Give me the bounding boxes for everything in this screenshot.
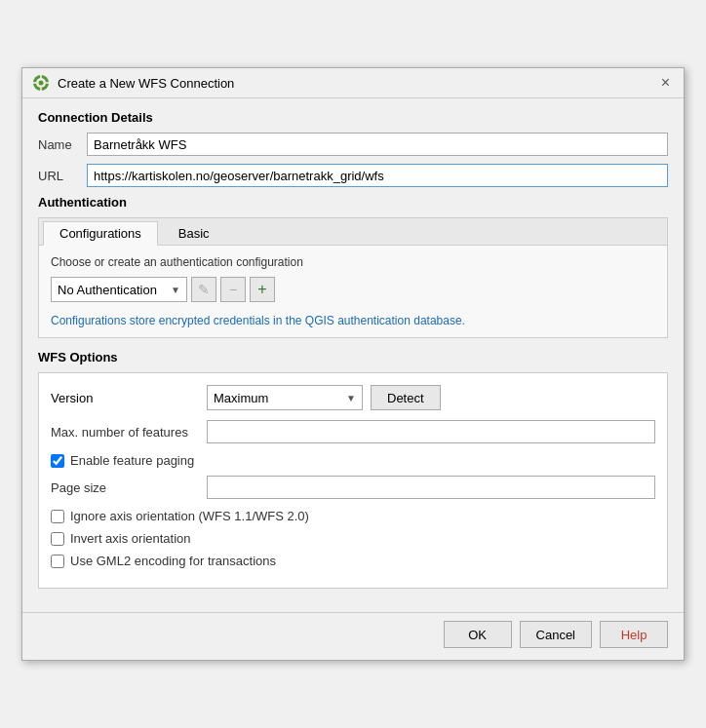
invert-axis-label: Invert axis orientation — [70, 531, 191, 546]
gml2-checkbox[interactable] — [51, 555, 64, 568]
version-label: Version — [51, 391, 207, 405]
version-row: Version Maximum ▼ Detect — [51, 385, 655, 410]
version-dropdown-arrow-icon: ▼ — [346, 393, 356, 403]
title-bar: Create a New WFS Connection × — [22, 68, 684, 98]
ignore-axis-label: Ignore axis orientation (WFS 1.1/WFS 2.0… — [70, 509, 309, 523]
name-input[interactable] — [87, 133, 668, 156]
page-size-input[interactable] — [207, 476, 655, 499]
svg-rect-4 — [40, 88, 42, 91]
wfs-options-inner: Version Maximum ▼ Detect Max. number of … — [38, 372, 668, 589]
page-size-label: Page size — [51, 480, 207, 495]
invert-axis-row: Invert axis orientation — [51, 531, 655, 546]
url-input[interactable] — [87, 164, 668, 187]
auth-dropdown-arrow-icon: ▼ — [171, 285, 180, 295]
svg-point-2 — [39, 81, 44, 86]
connection-details-title: Connection Details — [38, 110, 668, 125]
auth-dropdown-text: No Authentication — [58, 283, 167, 297]
max-features-row: Max. number of features — [51, 420, 655, 443]
title-bar-left: Create a New WFS Connection — [32, 74, 234, 92]
authentication-section: Configurations Basic Choose or create an… — [38, 217, 668, 338]
enable-paging-checkbox[interactable] — [51, 454, 64, 468]
invert-axis-checkbox[interactable] — [51, 532, 64, 546]
version-dropdown-text: Maximum — [214, 391, 346, 405]
ignore-axis-row: Ignore axis orientation (WFS 1.1/WFS 2.0… — [51, 509, 655, 523]
tab-basic[interactable]: Basic — [162, 221, 226, 245]
dialog-body: Connection Details Name URL Authenticati… — [22, 98, 684, 612]
auth-tab-content: Choose or create an authentication confi… — [39, 246, 667, 337]
max-features-label: Max. number of features — [51, 425, 207, 440]
remove-auth-button[interactable]: − — [220, 277, 246, 302]
dialog-footer: OK Cancel Help — [22, 612, 684, 660]
name-row: Name — [38, 133, 668, 156]
cancel-button[interactable]: Cancel — [520, 621, 592, 648]
dialog-title: Create a New WFS Connection — [58, 76, 234, 91]
ok-button[interactable]: OK — [444, 621, 512, 648]
page-size-row: Page size — [51, 476, 655, 499]
authentication-title: Authentication — [38, 195, 668, 210]
svg-rect-3 — [40, 75, 42, 78]
plus-icon: + — [257, 281, 266, 298]
version-dropdown[interactable]: Maximum ▼ — [207, 385, 363, 410]
close-button[interactable]: × — [657, 75, 674, 91]
url-label: URL — [38, 169, 87, 183]
ignore-axis-checkbox[interactable] — [51, 510, 64, 523]
gml2-row: Use GML2 encoding for transactions — [51, 554, 655, 568]
edit-auth-button[interactable]: ✎ — [191, 277, 216, 302]
svg-rect-6 — [46, 82, 49, 84]
enable-paging-label: Enable feature paging — [70, 453, 194, 468]
svg-rect-5 — [33, 82, 36, 84]
auth-config-dropdown[interactable]: No Authentication ▼ — [51, 277, 187, 302]
add-auth-button[interactable]: + — [250, 277, 275, 302]
tab-configurations[interactable]: Configurations — [43, 221, 158, 246]
url-row: URL — [38, 164, 668, 187]
detect-button[interactable]: Detect — [371, 385, 441, 410]
auth-info-text: Configurations store encrypted credentia… — [51, 314, 655, 327]
edit-icon: ✎ — [198, 282, 210, 297]
enable-paging-row: Enable feature paging — [51, 453, 655, 468]
minus-icon: − — [229, 282, 237, 297]
auth-tab-bar: Configurations Basic — [39, 218, 667, 246]
wfs-options-section: WFS Options Version Maximum ▼ Detect Max… — [38, 350, 668, 589]
qgis-logo-icon — [32, 74, 50, 92]
wfs-options-title: WFS Options — [38, 350, 668, 364]
help-button[interactable]: Help — [600, 621, 668, 648]
auth-desc: Choose or create an authentication confi… — [51, 255, 655, 269]
name-label: Name — [38, 137, 87, 152]
create-wfs-dialog: Create a New WFS Connection × Connection… — [21, 67, 685, 661]
gml2-label: Use GML2 encoding for transactions — [70, 554, 276, 568]
auth-controls: No Authentication ▼ ✎ − + — [51, 277, 655, 302]
max-features-input[interactable] — [207, 420, 655, 443]
